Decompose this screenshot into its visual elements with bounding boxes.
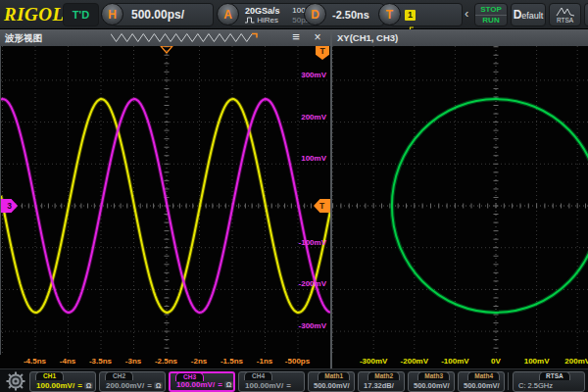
math3-scale: 500.00mV/ xyxy=(414,381,450,390)
waveform-traces xyxy=(1,46,331,355)
horizontal-knob[interactable]: H xyxy=(101,3,123,25)
math4-tab: Math4 xyxy=(467,371,500,380)
ch3-coupling-icon: = xyxy=(218,380,222,389)
xy-volt-tick-label: -200mV xyxy=(401,357,428,366)
ch2-scale: 200.00mV/ xyxy=(106,381,144,390)
ch1-impedance-icon: Ω xyxy=(84,382,94,389)
voltage-tick-label: 300mV xyxy=(268,71,326,79)
default-button[interactable]: Default xyxy=(511,3,546,26)
close-icon[interactable]: × xyxy=(309,29,326,45)
channel-box-ch1[interactable]: CH1 100.00mV/=Ω xyxy=(29,371,96,392)
time-tick-label: -2.5ns xyxy=(155,357,177,366)
time-axis-labels: -4.5ns-4ns-3.5ns-3ns-2.5ns-2ns-1.5ns-1ns… xyxy=(0,355,330,368)
ch4-coupling-icon: = xyxy=(286,381,291,390)
math2-box[interactable]: Math2 17.32dB/ xyxy=(358,371,405,392)
xy-volt-tick-label: -100mV xyxy=(441,357,468,366)
settings-gear-icon[interactable] xyxy=(4,370,27,392)
channel-status-bar: CH1 100.00mV/=Ω CH2 200.00mV/=Ω CH3 100.… xyxy=(0,368,588,392)
timebase-value[interactable]: 500.00ps/ xyxy=(113,3,214,26)
channel-box-ch3[interactable]: CH3 100.00mV/=Ω xyxy=(169,371,235,392)
time-tick-label: -1.5ns xyxy=(220,357,243,366)
xy-volt-tick-label: 100mV xyxy=(524,357,550,366)
ch2-coupling-icon: = xyxy=(147,381,152,390)
math1-tab: Math1 xyxy=(318,371,350,380)
channel-box-ch2[interactable]: CH2 200.00mV/=Ω xyxy=(99,371,166,392)
ch4-tab: CH4 xyxy=(244,371,272,380)
xy-view-title: XY(CH1, CH3) xyxy=(337,29,398,46)
trigger-source-badge: 1 xyxy=(405,10,416,21)
stop-label: STOP xyxy=(475,4,507,16)
ch1-coupling-icon: = xyxy=(77,381,82,390)
voltage-tick-label: -100mV xyxy=(268,238,326,247)
xy-x-axis-labels: -300mV-200mV-100mV0V100mV200mV xyxy=(332,355,588,368)
ch3-scale: 100.00mV/ xyxy=(176,380,215,389)
waveform-grid[interactable]: 3 T T 300mV200mV100mV-100mV-200mV-300mV xyxy=(0,46,330,355)
rtsa-center-freq: C: 2.5GHz xyxy=(518,381,553,390)
acq-mode: HiRes xyxy=(245,16,290,24)
math1-scale: 500.00mV/ xyxy=(314,381,350,390)
math3-box[interactable]: Math3 500.00mV/ xyxy=(408,371,455,392)
time-tick-label: -3ns xyxy=(125,357,141,366)
xy-trace xyxy=(332,46,588,355)
collapse-chevron-icon[interactable]: ‹ xyxy=(465,3,472,26)
waveform-view-header[interactable]: 波形视图 ≡ × xyxy=(0,29,330,46)
rtsa-button[interactable]: RTSA xyxy=(549,3,581,26)
xy-volt-tick-label: 200mV xyxy=(564,357,588,366)
top-toolbar: RIGOL T'D H 500.00ps/ A 20GSa/s HiRes 10… xyxy=(0,0,588,29)
oscilloscope-screen: RIGOL T'D H 500.00ps/ A 20GSa/s HiRes 10… xyxy=(0,0,588,392)
rigol-logo: RIGOL xyxy=(4,3,61,26)
sample-rate: 20GSa/s xyxy=(245,6,290,16)
spectrum-icon xyxy=(556,6,575,17)
time-tick-label: -4.5ns xyxy=(24,357,46,366)
xy-view-panel: XY(CH1, CH3) -300mV-200mV-100mV0V100mV20… xyxy=(332,29,588,368)
delay-knob[interactable]: D xyxy=(304,3,326,25)
voltage-tick-label: -300mV xyxy=(268,321,326,330)
ch3-impedance-icon: Ω xyxy=(224,381,234,388)
statusbar-separator xyxy=(508,372,509,390)
ch1-tab: CH1 xyxy=(35,371,64,380)
rtsa-box[interactable]: RTSA C: 2.5GHz xyxy=(513,371,585,392)
voltage-tick-label: 100mV xyxy=(268,154,326,163)
measure-button[interactable]: 测量 xyxy=(584,3,588,26)
ch1-scale: 100.00mV/ xyxy=(36,381,74,390)
ch4-scale: 100.00mV/ xyxy=(245,381,283,390)
time-tick-label: -3.5ns xyxy=(89,357,112,366)
run-label: RUN xyxy=(475,16,507,25)
time-tick-label: -500ps xyxy=(285,357,310,366)
time-tick-label: -1ns xyxy=(257,357,272,366)
trigger-knob[interactable]: T xyxy=(378,3,401,25)
xy-view-header[interactable]: XY(CH1, CH3) xyxy=(332,29,588,46)
time-tick-label: -4ns xyxy=(60,357,75,366)
waveform-view-panel: 波形视图 ≡ × 3 T T 300mV200mV100mV-100mV-200… xyxy=(0,29,330,368)
time-tick-label: -2ns xyxy=(191,357,207,366)
rtsa-label: RTSA xyxy=(550,17,580,24)
square-wave-icon xyxy=(245,17,255,24)
math2-tab: Math2 xyxy=(368,371,400,380)
record-preview-waveform[interactable] xyxy=(111,32,258,43)
math1-box[interactable]: Math1 500.00mV/ xyxy=(308,371,355,392)
acquire-knob[interactable]: A xyxy=(217,3,239,25)
waveform-view-title: 波形视图 xyxy=(5,29,42,46)
xy-volt-tick-label: -300mV xyxy=(360,357,387,366)
voltage-tick-label: 200mV xyxy=(268,113,326,122)
xy-grid[interactable] xyxy=(332,46,588,355)
channel-box-ch4[interactable]: CH4 100.00mV/= xyxy=(238,371,305,392)
xy-volt-tick-label: 0V xyxy=(491,357,501,366)
menu-icon[interactable]: ≡ xyxy=(287,29,305,45)
rtsa-tab: RTSA xyxy=(539,371,570,380)
math3-tab: Math3 xyxy=(417,371,450,380)
stop-run-button[interactable]: STOP RUN xyxy=(474,3,508,26)
ch2-tab: CH2 xyxy=(105,371,133,380)
trigger-status-badge[interactable]: T'D xyxy=(63,3,99,26)
voltage-tick-label: -200mV xyxy=(268,279,326,288)
math4-box[interactable]: Math4 500.00mV/ xyxy=(458,371,505,392)
ch2-impedance-icon: Ω xyxy=(154,382,164,389)
math4-scale: 500.00mV/ xyxy=(464,381,500,390)
trigger-info[interactable]: 1 0.00V A xyxy=(390,3,463,26)
math2-scale: 17.32dB/ xyxy=(364,381,394,390)
